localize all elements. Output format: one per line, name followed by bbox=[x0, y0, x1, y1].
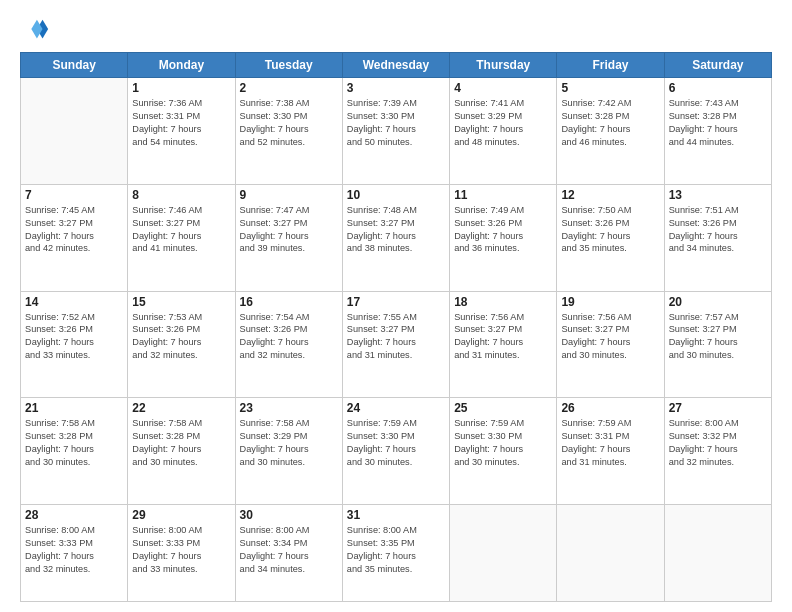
day-info: Sunrise: 7:59 AM Sunset: 3:31 PM Dayligh… bbox=[561, 417, 659, 469]
day-number: 26 bbox=[561, 401, 659, 415]
svg-marker-1 bbox=[31, 20, 42, 39]
day-number: 16 bbox=[240, 295, 338, 309]
day-number: 1 bbox=[132, 81, 230, 95]
day-info: Sunrise: 7:51 AM Sunset: 3:26 PM Dayligh… bbox=[669, 204, 767, 256]
calendar-cell bbox=[450, 505, 557, 602]
day-info: Sunrise: 7:58 AM Sunset: 3:28 PM Dayligh… bbox=[132, 417, 230, 469]
day-number: 2 bbox=[240, 81, 338, 95]
calendar-cell bbox=[664, 505, 771, 602]
day-info: Sunrise: 7:58 AM Sunset: 3:28 PM Dayligh… bbox=[25, 417, 123, 469]
day-number: 19 bbox=[561, 295, 659, 309]
day-number: 10 bbox=[347, 188, 445, 202]
calendar-week-1: 1Sunrise: 7:36 AM Sunset: 3:31 PM Daylig… bbox=[21, 78, 772, 185]
day-number: 3 bbox=[347, 81, 445, 95]
day-number: 22 bbox=[132, 401, 230, 415]
calendar-cell: 5Sunrise: 7:42 AM Sunset: 3:28 PM Daylig… bbox=[557, 78, 664, 185]
day-info: Sunrise: 7:42 AM Sunset: 3:28 PM Dayligh… bbox=[561, 97, 659, 149]
day-info: Sunrise: 7:57 AM Sunset: 3:27 PM Dayligh… bbox=[669, 311, 767, 363]
weekday-header-row: SundayMondayTuesdayWednesdayThursdayFrid… bbox=[21, 53, 772, 78]
calendar-week-3: 14Sunrise: 7:52 AM Sunset: 3:26 PM Dayli… bbox=[21, 291, 772, 398]
day-number: 27 bbox=[669, 401, 767, 415]
day-number: 6 bbox=[669, 81, 767, 95]
calendar-cell: 1Sunrise: 7:36 AM Sunset: 3:31 PM Daylig… bbox=[128, 78, 235, 185]
day-info: Sunrise: 8:00 AM Sunset: 3:33 PM Dayligh… bbox=[25, 524, 123, 576]
day-number: 29 bbox=[132, 508, 230, 522]
day-info: Sunrise: 7:55 AM Sunset: 3:27 PM Dayligh… bbox=[347, 311, 445, 363]
day-number: 17 bbox=[347, 295, 445, 309]
calendar-cell: 22Sunrise: 7:58 AM Sunset: 3:28 PM Dayli… bbox=[128, 398, 235, 505]
calendar-cell bbox=[21, 78, 128, 185]
calendar-cell: 6Sunrise: 7:43 AM Sunset: 3:28 PM Daylig… bbox=[664, 78, 771, 185]
day-info: Sunrise: 7:39 AM Sunset: 3:30 PM Dayligh… bbox=[347, 97, 445, 149]
day-info: Sunrise: 7:41 AM Sunset: 3:29 PM Dayligh… bbox=[454, 97, 552, 149]
day-number: 31 bbox=[347, 508, 445, 522]
calendar-week-4: 21Sunrise: 7:58 AM Sunset: 3:28 PM Dayli… bbox=[21, 398, 772, 505]
calendar-cell: 20Sunrise: 7:57 AM Sunset: 3:27 PM Dayli… bbox=[664, 291, 771, 398]
weekday-header-friday: Friday bbox=[557, 53, 664, 78]
calendar-table: SundayMondayTuesdayWednesdayThursdayFrid… bbox=[20, 52, 772, 602]
calendar-cell: 30Sunrise: 8:00 AM Sunset: 3:34 PM Dayli… bbox=[235, 505, 342, 602]
day-number: 9 bbox=[240, 188, 338, 202]
day-info: Sunrise: 7:36 AM Sunset: 3:31 PM Dayligh… bbox=[132, 97, 230, 149]
calendar-cell: 29Sunrise: 8:00 AM Sunset: 3:33 PM Dayli… bbox=[128, 505, 235, 602]
day-number: 21 bbox=[25, 401, 123, 415]
header bbox=[20, 16, 772, 44]
day-info: Sunrise: 7:56 AM Sunset: 3:27 PM Dayligh… bbox=[561, 311, 659, 363]
calendar-cell: 3Sunrise: 7:39 AM Sunset: 3:30 PM Daylig… bbox=[342, 78, 449, 185]
calendar-cell: 10Sunrise: 7:48 AM Sunset: 3:27 PM Dayli… bbox=[342, 184, 449, 291]
day-info: Sunrise: 7:49 AM Sunset: 3:26 PM Dayligh… bbox=[454, 204, 552, 256]
logo bbox=[20, 16, 50, 44]
day-number: 13 bbox=[669, 188, 767, 202]
weekday-header-monday: Monday bbox=[128, 53, 235, 78]
day-info: Sunrise: 7:54 AM Sunset: 3:26 PM Dayligh… bbox=[240, 311, 338, 363]
day-info: Sunrise: 7:38 AM Sunset: 3:30 PM Dayligh… bbox=[240, 97, 338, 149]
day-number: 20 bbox=[669, 295, 767, 309]
calendar-cell: 15Sunrise: 7:53 AM Sunset: 3:26 PM Dayli… bbox=[128, 291, 235, 398]
calendar-cell: 2Sunrise: 7:38 AM Sunset: 3:30 PM Daylig… bbox=[235, 78, 342, 185]
calendar-cell: 7Sunrise: 7:45 AM Sunset: 3:27 PM Daylig… bbox=[21, 184, 128, 291]
day-info: Sunrise: 7:45 AM Sunset: 3:27 PM Dayligh… bbox=[25, 204, 123, 256]
day-number: 14 bbox=[25, 295, 123, 309]
day-info: Sunrise: 7:53 AM Sunset: 3:26 PM Dayligh… bbox=[132, 311, 230, 363]
page: SundayMondayTuesdayWednesdayThursdayFrid… bbox=[0, 0, 792, 612]
weekday-header-thursday: Thursday bbox=[450, 53, 557, 78]
day-number: 25 bbox=[454, 401, 552, 415]
weekday-header-sunday: Sunday bbox=[21, 53, 128, 78]
day-info: Sunrise: 7:50 AM Sunset: 3:26 PM Dayligh… bbox=[561, 204, 659, 256]
weekday-header-wednesday: Wednesday bbox=[342, 53, 449, 78]
calendar-cell bbox=[557, 505, 664, 602]
day-number: 15 bbox=[132, 295, 230, 309]
calendar-cell: 31Sunrise: 8:00 AM Sunset: 3:35 PM Dayli… bbox=[342, 505, 449, 602]
day-number: 28 bbox=[25, 508, 123, 522]
day-number: 30 bbox=[240, 508, 338, 522]
day-info: Sunrise: 7:56 AM Sunset: 3:27 PM Dayligh… bbox=[454, 311, 552, 363]
calendar-week-5: 28Sunrise: 8:00 AM Sunset: 3:33 PM Dayli… bbox=[21, 505, 772, 602]
calendar-cell: 27Sunrise: 8:00 AM Sunset: 3:32 PM Dayli… bbox=[664, 398, 771, 505]
day-number: 11 bbox=[454, 188, 552, 202]
calendar-cell: 14Sunrise: 7:52 AM Sunset: 3:26 PM Dayli… bbox=[21, 291, 128, 398]
day-number: 8 bbox=[132, 188, 230, 202]
day-info: Sunrise: 7:47 AM Sunset: 3:27 PM Dayligh… bbox=[240, 204, 338, 256]
day-info: Sunrise: 8:00 AM Sunset: 3:32 PM Dayligh… bbox=[669, 417, 767, 469]
calendar-cell: 21Sunrise: 7:58 AM Sunset: 3:28 PM Dayli… bbox=[21, 398, 128, 505]
day-info: Sunrise: 8:00 AM Sunset: 3:34 PM Dayligh… bbox=[240, 524, 338, 576]
calendar-cell: 25Sunrise: 7:59 AM Sunset: 3:30 PM Dayli… bbox=[450, 398, 557, 505]
weekday-header-tuesday: Tuesday bbox=[235, 53, 342, 78]
calendar-cell: 24Sunrise: 7:59 AM Sunset: 3:30 PM Dayli… bbox=[342, 398, 449, 505]
calendar-cell: 19Sunrise: 7:56 AM Sunset: 3:27 PM Dayli… bbox=[557, 291, 664, 398]
day-number: 12 bbox=[561, 188, 659, 202]
weekday-header-saturday: Saturday bbox=[664, 53, 771, 78]
day-info: Sunrise: 7:52 AM Sunset: 3:26 PM Dayligh… bbox=[25, 311, 123, 363]
calendar-cell: 12Sunrise: 7:50 AM Sunset: 3:26 PM Dayli… bbox=[557, 184, 664, 291]
day-number: 24 bbox=[347, 401, 445, 415]
day-number: 4 bbox=[454, 81, 552, 95]
calendar-cell: 23Sunrise: 7:58 AM Sunset: 3:29 PM Dayli… bbox=[235, 398, 342, 505]
calendar-cell: 11Sunrise: 7:49 AM Sunset: 3:26 PM Dayli… bbox=[450, 184, 557, 291]
calendar-cell: 13Sunrise: 7:51 AM Sunset: 3:26 PM Dayli… bbox=[664, 184, 771, 291]
calendar-week-2: 7Sunrise: 7:45 AM Sunset: 3:27 PM Daylig… bbox=[21, 184, 772, 291]
calendar-cell: 4Sunrise: 7:41 AM Sunset: 3:29 PM Daylig… bbox=[450, 78, 557, 185]
logo-icon bbox=[22, 16, 50, 44]
calendar-cell: 16Sunrise: 7:54 AM Sunset: 3:26 PM Dayli… bbox=[235, 291, 342, 398]
day-number: 7 bbox=[25, 188, 123, 202]
day-number: 18 bbox=[454, 295, 552, 309]
